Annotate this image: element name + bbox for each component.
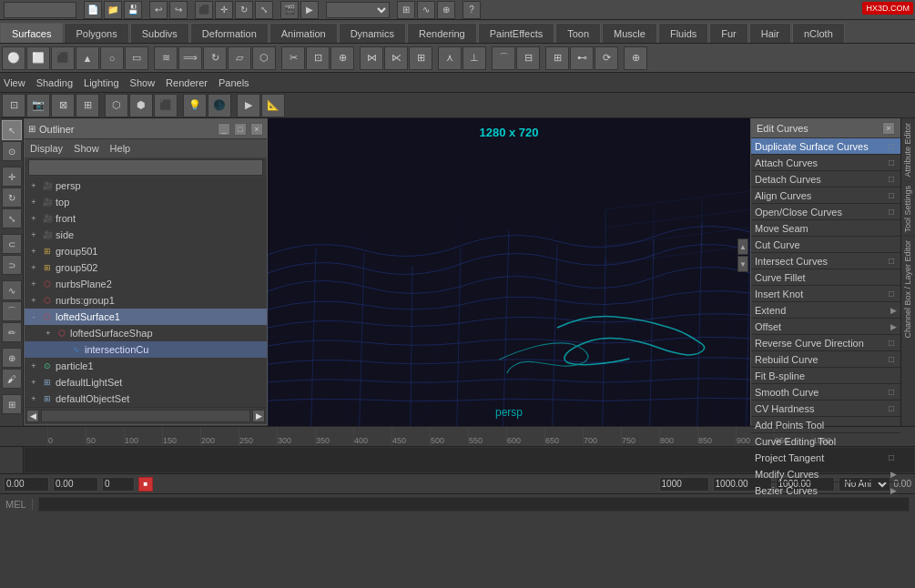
record-btn[interactable]: ■ (138, 477, 153, 492)
surfaces-dropdown[interactable]: Surfaces (4, 2, 76, 18)
tab-dynamics[interactable]: Dynamics (339, 23, 406, 43)
outliner-minimize-btn[interactable]: _ (218, 123, 230, 136)
curves-item-offset[interactable]: Offset ▶ (751, 319, 900, 335)
playblast-btn[interactable]: ▶ (300, 1, 319, 19)
cone-btn[interactable]: ▲ (76, 46, 99, 70)
curves-item-addpoints[interactable]: Add Points Tool (751, 417, 900, 433)
objects-dropdown[interactable]: Objects (326, 2, 390, 18)
plane-btn[interactable]: ▭ (125, 46, 148, 70)
curves-option-icon-4[interactable]: □ (886, 207, 897, 218)
end-time-field[interactable]: 1000 (659, 477, 709, 492)
tab-animation[interactable]: Animation (269, 23, 338, 43)
planar-btn[interactable]: ▱ (228, 46, 251, 70)
curves-item-openclose[interactable]: Open/Close Curves □ (751, 204, 900, 220)
trim-btn[interactable]: ✂ (281, 46, 305, 70)
rotate-tool-btn[interactable]: ↻ (2, 188, 22, 208)
render-btn[interactable]: 🎬 (280, 1, 299, 19)
select-tool-btn[interactable]: ↖ (2, 120, 22, 140)
extend-btn[interactable]: ⊷ (570, 46, 594, 70)
curve-tool-btn[interactable]: ∿ (2, 280, 22, 300)
attribute-editor-label[interactable]: Attribute Editor (901, 118, 915, 181)
persp-btn[interactable]: ⊠ (51, 94, 75, 117)
pencil-btn[interactable]: ✏ (2, 322, 22, 342)
wireframe-btn[interactable]: ⬡ (105, 94, 128, 117)
paint-select-btn[interactable]: ⊙ (2, 141, 22, 161)
curves-option-icon-15[interactable]: □ (886, 387, 897, 398)
curves-item-bezier[interactable]: Bezier Curves ▶ (751, 482, 900, 499)
tab-deformation[interactable]: Deformation (190, 23, 269, 43)
move-tool-btn[interactable]: ✛ (2, 167, 22, 187)
show-manip-btn[interactable]: ⊕ (624, 46, 647, 70)
curves-item-moveseam[interactable]: Move Seam (751, 220, 900, 237)
torus-btn[interactable]: ○ (100, 46, 124, 70)
curves-option-icon-16[interactable]: □ (886, 403, 897, 414)
outliner-item-nurbsgroup1[interactable]: + ⬡ nurbs:group1 (25, 292, 267, 309)
cylinder-btn[interactable]: ⬛ (51, 46, 75, 70)
curves-item-editingtool[interactable]: Curve Editing Tool (751, 433, 900, 450)
insert-iso-btn[interactable]: ⊞ (545, 46, 569, 70)
outliner-item-loftedsurface1[interactable]: - ⬡ loftedSurface1 (25, 309, 267, 325)
tab-polygons[interactable]: Polygons (64, 23, 128, 43)
curves-option-icon-0[interactable]: □ (886, 141, 897, 152)
outliner-item-defaultobjectset[interactable]: + ⊞ defaultObjectSet (25, 390, 267, 407)
redo-btn[interactable]: ↪ (169, 1, 188, 19)
nav-up-btn[interactable]: ▲ (737, 238, 748, 255)
new-scene-btn[interactable]: 📄 (84, 1, 102, 19)
scroll-track[interactable] (41, 410, 250, 422)
renderer-menu[interactable]: Renderer (166, 77, 208, 88)
smooth-btn[interactable]: ⬢ (129, 94, 153, 117)
attach-btn[interactable]: ⋈ (360, 46, 383, 70)
outliner-maximize-btn[interactable]: □ (234, 123, 247, 136)
offset-btn[interactable]: ⊟ (516, 46, 540, 70)
curves-item-fitbspline[interactable]: Fit B-spline (751, 368, 900, 384)
open-btn[interactable]: 📁 (104, 1, 122, 19)
channel-box-label[interactable]: Channel Box / Layer Editor (901, 236, 915, 342)
curves-option-icon-2[interactable]: □ (886, 174, 897, 185)
time-value-field[interactable]: 0.00 (53, 477, 98, 492)
tab-surfaces[interactable]: Surfaces (0, 23, 63, 43)
outliner-item-persp[interactable]: + 🎥 persp (25, 177, 267, 194)
grid-btn[interactable]: ⊞ (76, 94, 99, 117)
tab-ncloth[interactable]: nCloth (792, 23, 845, 43)
project-btn[interactable]: ⊥ (463, 46, 486, 70)
sculpt-btn[interactable]: ⊕ (2, 348, 22, 368)
outliner-item-top[interactable]: + 🎥 top (25, 194, 267, 210)
intersect-btn[interactable]: ⋏ (438, 46, 462, 70)
curves-item-align[interactable]: Align Curves □ (751, 188, 900, 204)
snap-grid-btn[interactable]: ⊞ (397, 1, 415, 19)
curves-option-icon-9[interactable]: □ (886, 289, 897, 299)
scroll-left-btn[interactable]: ◀ (26, 410, 39, 422)
panels-menu[interactable]: Panels (219, 77, 249, 88)
tab-rendering[interactable]: Rendering (407, 23, 477, 43)
tab-subdivs[interactable]: Subdivs (130, 23, 189, 43)
frame-field[interactable]: 0 (102, 477, 135, 492)
sphere-btn[interactable]: ⚪ (2, 46, 25, 70)
edit-curves-close-btn[interactable]: × (882, 122, 895, 135)
tab-toon[interactable]: Toon (555, 23, 601, 43)
curves-option-icon-19[interactable]: □ (886, 452, 897, 463)
outliner-item-loftedsurfaceshap[interactable]: + ⬡ loftedSurfaceShap (25, 325, 267, 341)
stitch-btn[interactable]: ⊞ (409, 46, 432, 70)
untrim-btn[interactable]: ⊡ (306, 46, 330, 70)
curves-item-smooth[interactable]: Smooth Curve □ (751, 384, 900, 400)
curves-item-rebuild[interactable]: Rebuild Curve □ (751, 351, 900, 368)
show-menu[interactable]: Show (130, 77, 156, 88)
shadow-btn[interactable]: 🌑 (208, 94, 231, 117)
curves-item-projecttangent[interactable]: Project Tangent □ (751, 450, 900, 466)
outliner-search-input[interactable] (28, 159, 263, 176)
scale-btn[interactable]: ⤡ (255, 1, 273, 19)
lighting-menu[interactable]: Lighting (84, 77, 119, 88)
lasso-btn[interactable]: ⊂ (2, 234, 22, 254)
detach-btn[interactable]: ⋉ (384, 46, 408, 70)
extrude-btn[interactable]: ⟹ (178, 46, 202, 70)
snap-point-btn[interactable]: ⊕ (437, 1, 455, 19)
outliner-item-nurbsplane2[interactable]: + ⬡ nurbsPlane2 (25, 276, 267, 292)
move-btn[interactable]: ✛ (215, 1, 233, 19)
scale-tool-btn[interactable]: ⤡ (2, 208, 22, 228)
curves-item-insertknot[interactable]: Insert Knot □ (751, 286, 900, 302)
rebuild-btn[interactable]: ⟳ (595, 46, 618, 70)
outliner-item-particle1[interactable]: + ⊙ particle1 (25, 358, 267, 374)
cube-btn[interactable]: ⬜ (26, 46, 50, 70)
outliner-close-btn[interactable]: × (250, 123, 263, 136)
curves-item-fillet[interactable]: Curve Fillet (751, 269, 900, 286)
